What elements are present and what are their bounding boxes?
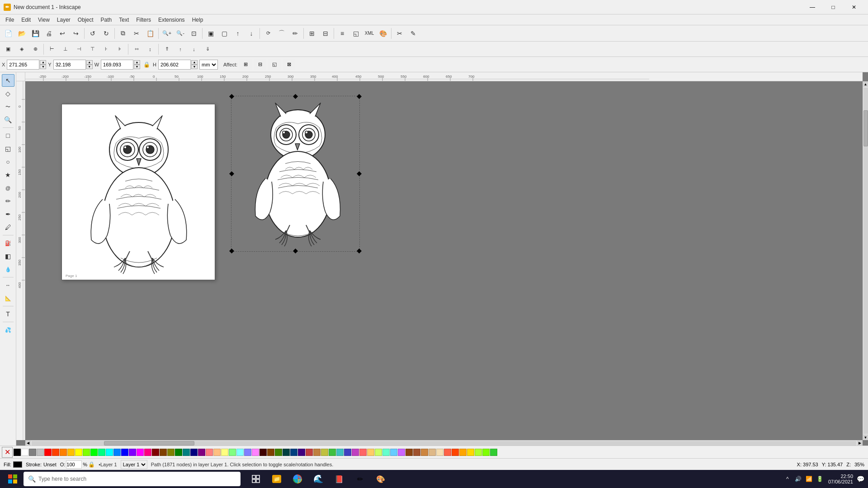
color-swatch[interactable] bbox=[306, 449, 313, 456]
affect-btn2[interactable]: ⊟ bbox=[254, 59, 266, 70]
grid-button[interactable]: ⊞ bbox=[306, 27, 318, 40]
star-tool[interactable]: ★ bbox=[2, 169, 14, 181]
snap-btn1[interactable]: ▣ bbox=[2, 43, 14, 56]
menu-item-help[interactable]: Help bbox=[189, 16, 207, 24]
bucket-tool[interactable]: ⛽ bbox=[2, 237, 14, 249]
zoom-out-button[interactable]: 🔍- bbox=[174, 27, 187, 40]
x-up[interactable]: ▲ bbox=[40, 60, 46, 65]
color-swatch[interactable] bbox=[160, 449, 167, 456]
align-bottom[interactable]: ⊧ bbox=[113, 43, 126, 56]
lock-proportions-button[interactable]: 🔒 bbox=[142, 60, 151, 69]
color-swatch[interactable] bbox=[175, 449, 182, 456]
guides-button[interactable]: ⊟ bbox=[319, 27, 332, 40]
spiral-tool[interactable]: @ bbox=[2, 182, 14, 194]
scroll-left-button[interactable]: ◀ bbox=[25, 441, 31, 446]
start-button[interactable] bbox=[4, 470, 22, 488]
affect-btn4[interactable]: ⊠ bbox=[283, 59, 295, 70]
save-button[interactable]: 💾 bbox=[29, 27, 42, 40]
h-down[interactable]: ▼ bbox=[191, 65, 198, 69]
node-button[interactable]: ⟳ bbox=[262, 27, 274, 40]
menu-item-edit[interactable]: Edit bbox=[18, 16, 34, 24]
inkscape-button[interactable]: ✏ bbox=[350, 470, 370, 488]
color-swatch[interactable] bbox=[252, 449, 259, 456]
paint3d-button[interactable]: 🎨 bbox=[371, 470, 391, 488]
color-swatch[interactable] bbox=[459, 449, 467, 456]
redo-button[interactable]: ↻ bbox=[100, 27, 113, 40]
color-swatch[interactable] bbox=[206, 449, 213, 456]
spray-tool[interactable]: 💦 bbox=[2, 324, 14, 336]
clock[interactable]: 22:50 07/06/2021 bbox=[828, 474, 853, 484]
transform-button[interactable]: ◱ bbox=[349, 27, 362, 40]
color-swatch[interactable] bbox=[390, 449, 397, 456]
color-swatch[interactable] bbox=[113, 449, 121, 456]
color-swatch[interactable] bbox=[359, 449, 367, 456]
network-icon[interactable]: 📶 bbox=[805, 476, 814, 482]
color-swatch[interactable] bbox=[429, 449, 436, 456]
battery-icon[interactable]: 🔋 bbox=[816, 476, 825, 482]
bezier-button[interactable]: ⌒ bbox=[275, 27, 288, 40]
align-center-h[interactable]: ⊥ bbox=[59, 43, 72, 56]
align-button[interactable]: ≡ bbox=[336, 27, 349, 40]
export2-button[interactable]: ✎ bbox=[407, 27, 420, 40]
fill-button[interactable]: 🎨 bbox=[377, 27, 389, 40]
minimize-button[interactable]: — bbox=[802, 0, 823, 14]
color-swatch[interactable] bbox=[275, 449, 282, 456]
color-swatch[interactable] bbox=[259, 449, 267, 456]
dropper-tool[interactable]: 💧 bbox=[2, 263, 14, 276]
color-swatch[interactable] bbox=[267, 449, 274, 456]
distribute-h[interactable]: ⇿ bbox=[130, 43, 143, 56]
color-swatch[interactable] bbox=[290, 449, 297, 456]
color-swatch[interactable] bbox=[467, 449, 474, 456]
color-swatch[interactable] bbox=[121, 449, 128, 456]
y-down[interactable]: ▼ bbox=[86, 65, 93, 69]
color-swatch[interactable] bbox=[321, 449, 328, 456]
color-swatch[interactable] bbox=[236, 449, 244, 456]
connector-tool[interactable]: ↔ bbox=[2, 279, 14, 291]
color-swatch[interactable] bbox=[413, 449, 420, 456]
w-up[interactable]: ▲ bbox=[134, 60, 140, 65]
pen-tool[interactable]: ✒ bbox=[2, 208, 14, 221]
color-swatch[interactable] bbox=[329, 449, 336, 456]
lock-opacity-icon[interactable]: 🔒 bbox=[88, 461, 95, 468]
xml-button[interactable]: XML bbox=[363, 27, 376, 40]
color-swatch[interactable] bbox=[367, 449, 374, 456]
color-swatch[interactable] bbox=[336, 449, 344, 456]
calligraphy-tool[interactable]: 🖊 bbox=[2, 221, 14, 234]
raise-to-top[interactable]: ⇑ bbox=[160, 43, 173, 56]
scroll-thumb-v[interactable] bbox=[863, 110, 868, 146]
color-swatch[interactable] bbox=[67, 449, 75, 456]
layer-select[interactable]: Layer 1 bbox=[121, 460, 147, 469]
color-swatch[interactable] bbox=[375, 449, 382, 456]
print-button[interactable]: 🖨 bbox=[42, 27, 55, 40]
color-swatch[interactable] bbox=[144, 449, 151, 456]
file-explorer-button[interactable]: 📁 bbox=[267, 470, 287, 488]
group-button[interactable]: ▣ bbox=[204, 27, 217, 40]
color-swatch[interactable] bbox=[98, 449, 105, 456]
zoom-tool[interactable]: 🔍 bbox=[2, 113, 14, 126]
tray-chevron[interactable]: ^ bbox=[783, 476, 792, 482]
color-swatch[interactable] bbox=[21, 449, 28, 456]
color-swatch[interactable] bbox=[344, 449, 351, 456]
foxit-button[interactable]: 📕 bbox=[329, 470, 349, 488]
color-swatch[interactable] bbox=[352, 449, 359, 456]
export-button[interactable]: ↪ bbox=[70, 27, 82, 40]
selector-tool[interactable]: ↖ bbox=[2, 74, 14, 87]
zoom-fit-button[interactable]: ⊡ bbox=[188, 27, 200, 40]
color-swatch[interactable] bbox=[452, 449, 459, 456]
menu-item-path[interactable]: Path bbox=[97, 16, 116, 24]
color-swatch[interactable] bbox=[83, 449, 90, 456]
color-swatch[interactable] bbox=[244, 449, 251, 456]
zoom-in-button[interactable]: 🔍+ bbox=[160, 27, 173, 40]
undo-button[interactable]: ↺ bbox=[86, 27, 99, 40]
color-swatch[interactable] bbox=[229, 449, 236, 456]
affect-btn1[interactable]: ⊞ bbox=[239, 59, 252, 70]
h-input[interactable] bbox=[158, 60, 191, 70]
color-swatch[interactable] bbox=[490, 449, 497, 456]
h-up[interactable]: ▲ bbox=[191, 60, 198, 65]
color-swatch[interactable] bbox=[167, 449, 175, 456]
color-swatch[interactable] bbox=[106, 449, 113, 456]
fill-swatch[interactable] bbox=[13, 461, 22, 468]
color-swatch[interactable] bbox=[313, 449, 321, 456]
paste-button[interactable]: 📋 bbox=[144, 27, 156, 40]
color-swatch[interactable] bbox=[137, 449, 144, 456]
